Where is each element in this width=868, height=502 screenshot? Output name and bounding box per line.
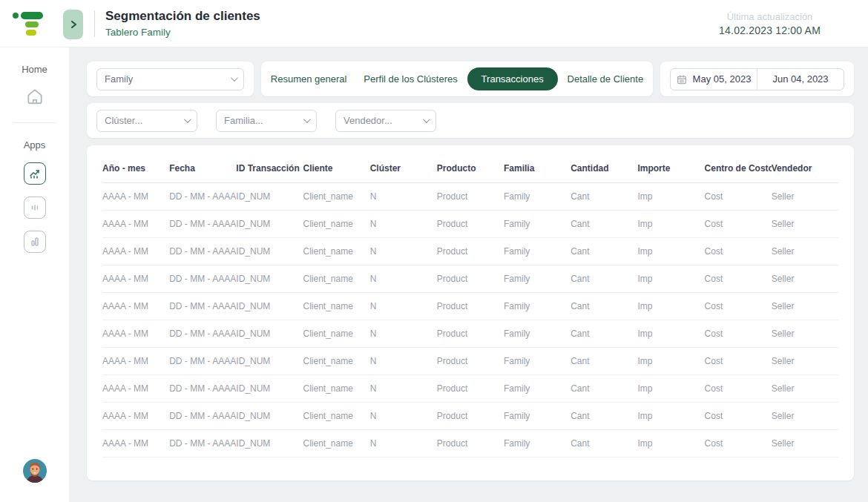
filters-card: Clúster... Familia... Vendedor... [87,103,854,138]
table-cell: N [370,375,437,403]
table-cell: ID_NUM [236,320,303,348]
sidebar-apps-label: Apps [24,139,46,151]
table-row: AAAA - MMDD - MM - AAAAID_NUMClient_name… [102,430,838,458]
page-title: Segmentación de clientes [105,9,260,24]
brand-logo-icon [12,10,45,38]
table-cell: Imp [637,265,704,293]
table-cell: Client_name [303,265,370,293]
table-cell: Product [437,430,504,458]
tab-resumen-general[interactable]: Resumen general [263,67,355,90]
vendor-filter-select[interactable]: Vendedor... [335,110,436,132]
board-select-card: Family [87,62,254,96]
table-cell: DD - MM - AAAA [169,348,236,375]
calendar-icon [677,74,687,85]
table-cell: Seller [772,293,838,320]
table-cell: Product [437,375,504,403]
chevron-right-icon [70,20,77,29]
table-cell: Client_name [303,403,370,430]
board-select-value: Family [105,73,231,85]
table-cell: N [370,430,437,458]
header-divider [94,10,95,37]
table-cell: Client_name [303,211,370,238]
table-column-header: Producto [437,153,504,183]
last-update-block: Última actualización 14.02.2023 12:00 AM [719,11,821,36]
table-row: AAAA - MMDD - MM - AAAAID_NUMClient_name… [102,375,838,403]
chevron-down-icon [184,116,191,123]
date-range-picker: May 05, 2023 Jun 04, 2023 [670,68,844,90]
table-cell: Family [504,320,571,348]
table-cell: AAAA - MM [102,293,169,320]
start-date-value: May 05, 2023 [693,73,752,85]
tab-perfil-clusteres[interactable]: Perfil de los Clústeres [356,67,464,90]
table-cell: Product [437,348,504,375]
table-cell: AAAA - MM [102,348,169,375]
table-cell: ID_NUM [236,430,303,458]
table-cell: DD - MM - AAAA [169,211,236,238]
title-block: Segmentación de clientes Tablero Family [105,9,260,37]
table-column-header: Clúster [370,153,437,183]
table-cell: Cant [571,320,637,348]
table-cell: Family [504,238,571,265]
transactions-table-card: Año - mesFechaID TransacciónClienteClúst… [87,145,854,480]
table-cell: AAAA - MM [102,238,169,265]
table-cell: Family [504,430,571,458]
table-cell: Seller [772,375,838,403]
table-cell: DD - MM - AAAA [169,375,236,403]
table-cell: DD - MM - AAAA [169,430,236,458]
table-cell: Seller [772,348,838,375]
equalizer-app-icon[interactable] [24,196,46,219]
family-filter-select[interactable]: Familia... [216,110,317,132]
home-icon[interactable] [25,87,45,106]
table-cell: Product [437,183,504,211]
table-cell: Imp [637,320,704,348]
bar-chart-app-icon[interactable] [24,231,46,253]
table-cell: Cant [571,211,637,238]
table-row: AAAA - MMDD - MM - AAAAID_NUMClient_name… [102,265,838,293]
trend-chart-app-icon[interactable] [24,162,46,185]
page-subtitle: Tablero Family [105,27,260,38]
table-cell: Product [437,403,504,430]
table-cell: N [370,265,437,293]
table-row: AAAA - MMDD - MM - AAAAID_NUMClient_name… [102,320,838,348]
table-cell: ID_NUM [236,183,303,211]
table-column-header: Centro de Costo [705,153,772,183]
table-cell: AAAA - MM [102,320,169,348]
table-column-header: Vendedor [772,153,838,183]
table-column-header: Cantidad [571,153,637,183]
transactions-table-body: AAAA - MMDD - MM - AAAAID_NUMClient_name… [102,183,838,458]
table-cell: Imp [637,293,704,320]
table-cell: Seller [772,320,838,348]
chevron-down-icon [231,74,238,82]
tab-detalle-cliente[interactable]: Detalle de Cliente [560,67,651,90]
table-cell: Imp [637,183,704,211]
table-cell: Client_name [303,238,370,265]
table-cell: DD - MM - AAAA [169,403,236,430]
user-avatar[interactable] [22,458,47,486]
table-row: AAAA - MMDD - MM - AAAAID_NUMClient_name… [102,403,838,430]
table-cell: Cant [571,293,637,320]
table-cell: Client_name [303,430,370,458]
start-date-field[interactable]: May 05, 2023 [671,69,757,90]
table-cell: Cost [705,375,772,403]
main-area: Segmentación de clientes Tablero Family … [69,0,868,502]
table-cell: Seller [772,238,838,265]
table-cell: Cant [571,430,637,458]
table-cell: Product [437,238,504,265]
sidebar-logo-area [0,0,69,47]
table-cell: N [370,293,437,320]
cluster-filter-select[interactable]: Clúster... [96,110,197,132]
table-cell: Cost [705,211,772,238]
board-select[interactable]: Family [96,68,244,90]
table-cell: DD - MM - AAAA [169,265,236,293]
table-cell: AAAA - MM [102,403,169,430]
table-cell: N [370,403,437,430]
table-cell: N [370,238,437,265]
bar-chart-icon [24,231,46,253]
end-date-field[interactable]: Jun 04, 2023 [757,69,844,90]
table-row: AAAA - MMDD - MM - AAAAID_NUMClient_name… [102,348,838,375]
table-header-row: Año - mesFechaID TransacciónClienteClúst… [102,153,838,183]
sidebar-expand-button[interactable] [63,10,83,39]
tab-transacciones[interactable]: Transacciones [467,67,558,90]
sidebar: Home Apps [0,0,69,502]
table-cell: Cost [705,265,772,293]
